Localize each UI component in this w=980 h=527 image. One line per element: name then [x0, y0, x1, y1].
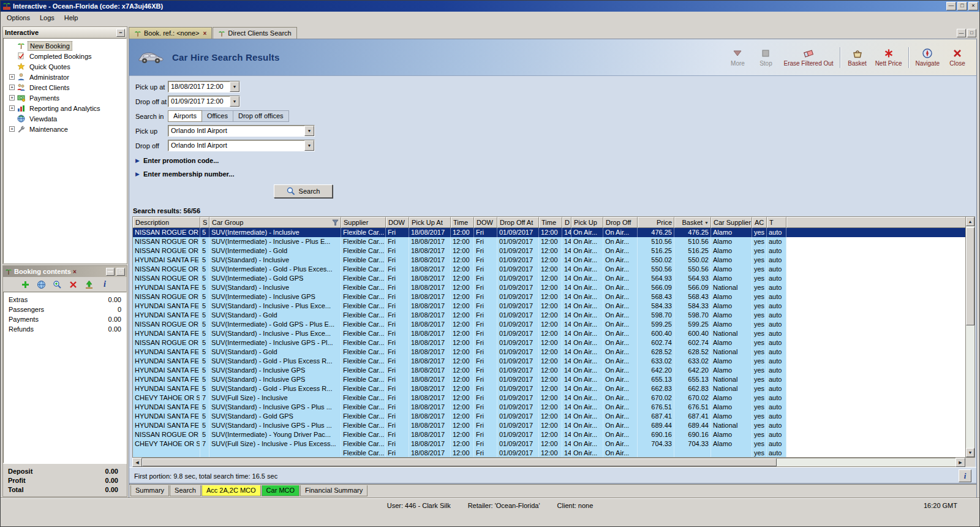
- expand-icon[interactable]: +: [9, 126, 15, 132]
- result-row[interactable]: HYUNDAI SANTA FE ...5SUV(Standard) - Inc…: [133, 256, 965, 265]
- result-row[interactable]: HYUNDAI SANTA FE ...5SUV(Standard) - Gol…: [133, 347, 965, 357]
- sidebar-item-new-booking[interactable]: New Booking: [4, 40, 126, 51]
- result-row[interactable]: HYUNDAI SANTA FE ...5SUV(Standard) - Inc…: [133, 403, 965, 412]
- result-row[interactable]: NISSAN ROGUE OR S...5SUV(Intermediate) -…: [133, 430, 965, 439]
- menu-help[interactable]: Help: [59, 13, 83, 23]
- column-header-description[interactable]: Description: [133, 217, 200, 228]
- erase-filtered-out-button[interactable]: Erase Filtered Out: [780, 47, 837, 68]
- column-header-time[interactable]: Time: [539, 217, 562, 228]
- pick-up-at-select[interactable]: 18/08/2017 12:00 ▼: [168, 81, 240, 93]
- result-row[interactable]: HYUNDAI SANTA FE ...5SUV(Standard) - Gol…: [133, 384, 965, 393]
- more-button[interactable]: More: [723, 47, 752, 68]
- search-plus-icon[interactable]: [52, 279, 62, 290]
- sidebar-item-administrator[interactable]: + Administrator: [4, 72, 126, 82]
- column-header-price[interactable]: Price: [638, 217, 674, 228]
- result-row[interactable]: HYUNDAI SANTA FE ...5SUV(Standard) - Gol…: [133, 357, 965, 366]
- result-row[interactable]: HYUNDAI SANTA FE ...5SUV(Standard) - Inc…: [133, 366, 965, 375]
- column-header-car-group[interactable]: Car Group: [209, 217, 341, 228]
- result-row[interactable]: HYUNDAI SANTA FE ...5SUV(Standard) - Inc…: [133, 375, 965, 384]
- sidebar-item-completed-bookings[interactable]: Completed Bookings: [4, 51, 126, 61]
- column-header-ac[interactable]: AC: [752, 217, 767, 228]
- search-in-tab-offices[interactable]: Offices: [202, 110, 233, 122]
- result-row[interactable]: HYUNDAI SANTA FE ...5SUV(Standard) - Inc…: [133, 301, 965, 311]
- sidebar-item-payments[interactable]: + Payments: [4, 93, 126, 103]
- result-row[interactable]: CHEVY TAHOE OR SI...7SUV(Full Size) - In…: [133, 439, 965, 449]
- drop-off-select[interactable]: Orlando Intl Airport ▼: [168, 140, 315, 151]
- restore-panel-icon[interactable]: □: [116, 268, 125, 276]
- navigate-button[interactable]: Navigate: [912, 47, 943, 68]
- minimize-panel-icon[interactable]: —: [106, 268, 115, 276]
- result-row[interactable]: CHEVY TAHOE OR SI...7SUV(Full Size) - In…: [133, 393, 965, 403]
- bottom-tab-acc-2a2c-mco[interactable]: Acc 2A,2C MCO: [202, 485, 261, 496]
- column-header-d[interactable]: D: [562, 217, 571, 228]
- column-header-t[interactable]: T: [767, 217, 786, 228]
- booking-row-passengers[interactable]: Passengers 0: [4, 305, 126, 314]
- result-row[interactable]: NISSAN ROGUE OR S...5SUV(Intermediate) -…: [133, 237, 965, 246]
- column-header-pick-up-at[interactable]: Pick Up At: [409, 217, 451, 228]
- promotion-code-expander[interactable]: ▶ Enter promotion code...: [135, 154, 976, 166]
- result-row[interactable]: HYUNDAI SANTA FE ...5SUV(Standard) - Gol…: [133, 311, 965, 320]
- basket-button[interactable]: Basket: [843, 47, 872, 68]
- result-row[interactable]: NISSAN ROGUE OR S...5SUV(Intermediate) -…: [133, 228, 965, 237]
- sidebar-item-quick-quotes[interactable]: Quick Quotes: [4, 61, 126, 72]
- chevron-down-icon[interactable]: ▼: [230, 82, 239, 92]
- scroll-left-icon[interactable]: ◀: [132, 458, 142, 467]
- drop-off-at-select[interactable]: 01/09/2017 12:00 ▼: [168, 96, 240, 107]
- add-icon[interactable]: [20, 279, 31, 290]
- column-header-supplier[interactable]: Supplier: [341, 217, 386, 228]
- vertical-scroll-thumb[interactable]: [966, 227, 974, 325]
- sidebar-item-direct-clients[interactable]: + Direct Clients: [4, 82, 126, 93]
- export-icon[interactable]: [84, 279, 94, 290]
- stop-button[interactable]: Stop: [752, 47, 780, 68]
- expand-icon[interactable]: +: [9, 105, 15, 111]
- tab-booking-ref[interactable]: Book. ref.: <none> ×: [129, 27, 212, 39]
- result-row[interactable]: NISSAN ROGUE OR S...5SUV(Intermediate) -…: [133, 338, 965, 347]
- column-header-dow[interactable]: DOW: [386, 217, 409, 228]
- pick-up-select[interactable]: Orlando Intl Airport ▼: [168, 125, 315, 137]
- search-in-tab-airports[interactable]: Airports: [168, 110, 202, 122]
- bottom-tab-search[interactable]: Search: [170, 485, 201, 496]
- search-in-tab-drop-off-offices[interactable]: Drop off offices: [233, 110, 289, 122]
- horizontal-scroll-track[interactable]: [142, 458, 956, 467]
- mdi-restore-icon[interactable]: □: [967, 29, 976, 37]
- booking-row-refunds[interactable]: Refunds 0.00: [4, 324, 126, 334]
- close-icon[interactable]: ×: [968, 2, 978, 10]
- result-row[interactable]: Flexible Car...Fri18/08/201712:00Fri01/0…: [133, 449, 965, 457]
- result-row[interactable]: NISSAN ROGUE OR S...5SUV(Intermediate) -…: [133, 320, 965, 329]
- column-header-car-supplier[interactable]: Car Supplier: [711, 217, 752, 228]
- result-row[interactable]: NISSAN ROGUE OR S...5SUV(Intermediate) -…: [133, 246, 965, 256]
- info-icon[interactable]: i: [100, 279, 110, 290]
- result-row[interactable]: NISSAN ROGUE OR S...5SUV(Intermediate) -…: [133, 292, 965, 301]
- scroll-up-icon[interactable]: ▲: [966, 217, 974, 226]
- column-header-drop-off-at[interactable]: Drop Off At: [497, 217, 539, 228]
- result-row[interactable]: NISSAN ROGUE OR S...5SUV(Intermediate) -…: [133, 274, 965, 283]
- close-icon[interactable]: ×: [73, 268, 77, 275]
- scroll-right-icon[interactable]: ▶: [956, 458, 965, 467]
- maximize-icon[interactable]: □: [957, 2, 967, 10]
- bottom-tab-summary[interactable]: Summary: [130, 485, 169, 496]
- column-header-drop-off[interactable]: Drop Off: [603, 217, 638, 228]
- expand-icon[interactable]: +: [9, 74, 15, 80]
- chevron-down-icon[interactable]: ▼: [230, 96, 239, 107]
- booking-row-extras[interactable]: Extras 0.00: [4, 295, 126, 305]
- membership-number-expander[interactable]: ▶ Enter membership number...: [135, 168, 976, 180]
- result-row[interactable]: HYUNDAI SANTA FE ...5SUV(Standard) - Inc…: [133, 283, 965, 292]
- horizontal-scroll-thumb[interactable]: [142, 458, 777, 466]
- column-header-dow[interactable]: DOW: [474, 217, 497, 228]
- expand-icon[interactable]: +: [9, 95, 15, 100]
- mdi-minimize-icon[interactable]: —: [957, 29, 966, 37]
- tab-close-icon[interactable]: ×: [203, 30, 207, 37]
- menu-logs[interactable]: Logs: [35, 13, 59, 23]
- sidebar-item-maintenance[interactable]: + Maintenance: [4, 124, 126, 134]
- vertical-scrollbar[interactable]: ▲ ▼: [965, 216, 975, 458]
- result-row[interactable]: NISSAN ROGUE OR S...5SUV(Intermediate) -…: [133, 265, 965, 274]
- minimize-icon[interactable]: —: [946, 2, 956, 10]
- tab-direct-clients-search[interactable]: Direct Clients Search: [213, 27, 296, 39]
- close-button[interactable]: Close: [943, 47, 971, 68]
- web-icon[interactable]: [36, 279, 47, 290]
- menu-options[interactable]: Options: [2, 13, 35, 23]
- nett-price-button[interactable]: Nett Price: [872, 47, 906, 68]
- column-header-pick-up[interactable]: Pick Up: [571, 217, 603, 228]
- sidebar-item-reporting-and-analytics[interactable]: + Reporting and Analytics: [4, 103, 126, 113]
- column-header-time[interactable]: Time: [451, 217, 474, 228]
